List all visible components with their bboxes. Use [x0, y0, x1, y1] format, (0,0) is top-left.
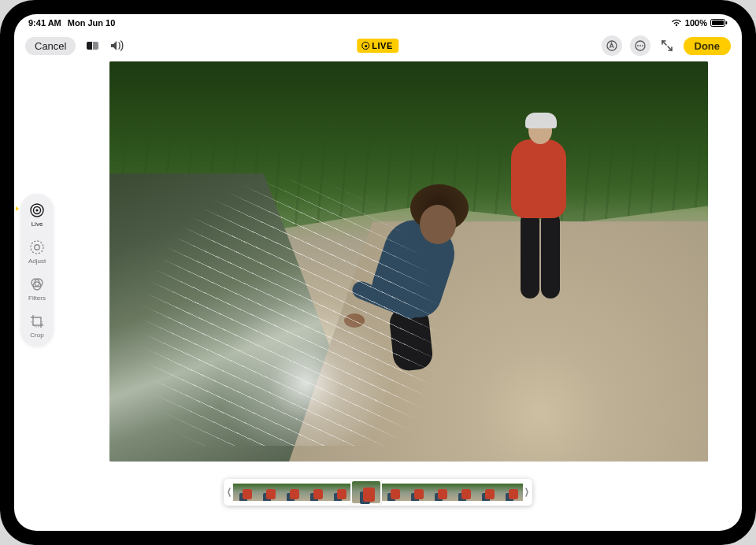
live-frame-scrubber[interactable]: [224, 479, 532, 506]
battery-percent: 100%: [685, 18, 707, 28]
ipad-device-frame: 9:41 AM Mon Jun 10 100% Cancel: [0, 0, 756, 545]
scrubber-frame[interactable]: [280, 484, 304, 501]
scrubber-handle-left[interactable]: [225, 480, 233, 504]
svg-rect-2: [726, 21, 728, 24]
tool-live[interactable]: Live: [20, 202, 54, 228]
photo-canvas[interactable]: [109, 61, 708, 462]
more-icon: [635, 40, 646, 51]
wifi-icon: [671, 19, 682, 27]
live-label: LIVE: [372, 41, 392, 50]
svg-point-12: [35, 245, 39, 250]
tool-label: Adjust: [28, 258, 46, 265]
scrubber-frame[interactable]: [257, 484, 280, 501]
scrubber-frame[interactable]: [328, 484, 351, 501]
compare-toggle-button[interactable]: [83, 35, 101, 56]
adjust-tool-icon: [28, 239, 46, 256]
scrubber-frame[interactable]: [351, 480, 381, 504]
scrubber-frame[interactable]: [405, 484, 428, 501]
fullscreen-button[interactable]: [658, 35, 676, 56]
scrubber-frame[interactable]: [428, 484, 452, 501]
compare-icon: [87, 42, 98, 50]
scrubber-handle-right[interactable]: [523, 480, 531, 504]
svg-point-3: [607, 41, 617, 50]
scrubber-frame[interactable]: [452, 484, 476, 501]
tool-adjust[interactable]: Adjust: [20, 239, 54, 265]
status-time: 9:41 AM: [28, 18, 61, 28]
volume-icon: [110, 40, 124, 51]
screen: 9:41 AM Mon Jun 10 100% Cancel: [14, 14, 742, 531]
crop-tool-icon: [28, 313, 46, 330]
photo-person-standing: [505, 117, 576, 306]
done-button[interactable]: Done: [684, 37, 732, 55]
volume-button[interactable]: [109, 35, 126, 56]
more-button[interactable]: [630, 35, 650, 56]
scrubber-frame[interactable]: [476, 484, 499, 501]
svg-point-6: [639, 45, 641, 46]
fullscreen-icon: [661, 39, 673, 52]
svg-rect-1: [712, 20, 724, 25]
photo-water-splash: [133, 133, 492, 445]
filters-tool-icon: [28, 276, 46, 293]
scrubber-frame[interactable]: [499, 484, 523, 501]
svg-point-11: [31, 241, 43, 254]
tool-filters[interactable]: Filters: [20, 276, 54, 302]
svg-point-5: [637, 45, 639, 46]
editor-toolbar: Cancel LIVE: [14, 32, 742, 60]
svg-point-7: [642, 45, 643, 46]
live-icon: [361, 42, 369, 50]
tool-label: Live: [32, 221, 43, 228]
svg-point-10: [35, 209, 38, 211]
edit-mode-sidebar: Live Adjust Filters: [20, 194, 54, 347]
photo-canvas-wrap: [14, 60, 742, 531]
battery-icon: [710, 19, 728, 27]
tool-crop[interactable]: Crop: [20, 313, 54, 339]
markup-icon: [606, 40, 617, 51]
tool-label: Filters: [28, 295, 46, 302]
tool-label: Crop: [30, 332, 43, 339]
editor-main: Live Adjust Filters: [14, 60, 742, 531]
scrubber-frame[interactable]: [233, 484, 257, 501]
scrubber-frame[interactable]: [381, 484, 405, 501]
markup-button[interactable]: [602, 35, 622, 56]
live-tool-icon: [28, 202, 46, 219]
live-photo-badge[interactable]: LIVE: [357, 39, 398, 53]
status-date: Mon Jun 10: [68, 18, 116, 28]
scrubber-frame[interactable]: [304, 484, 328, 501]
cancel-button[interactable]: Cancel: [25, 37, 76, 55]
status-bar: 9:41 AM Mon Jun 10 100%: [14, 14, 742, 32]
